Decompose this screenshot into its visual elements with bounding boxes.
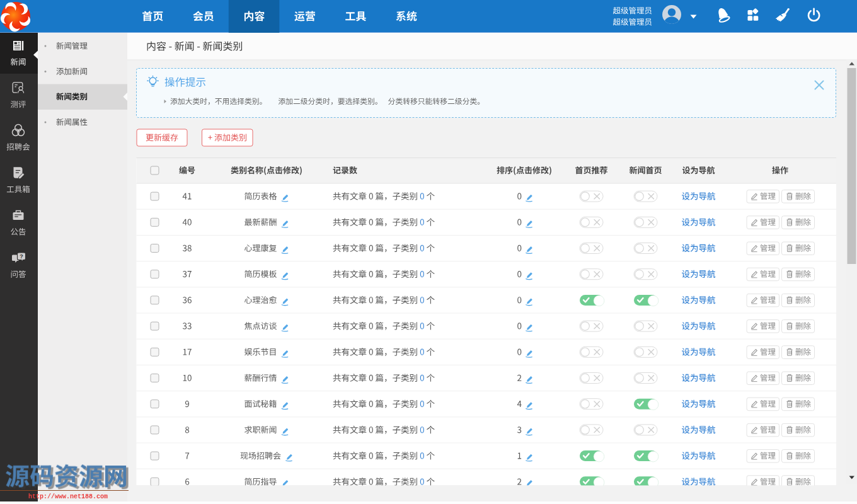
svg-text:http://www.net188.com: http://www.net188.com <box>28 493 108 500</box>
svg-text:?: ? <box>20 253 23 260</box>
